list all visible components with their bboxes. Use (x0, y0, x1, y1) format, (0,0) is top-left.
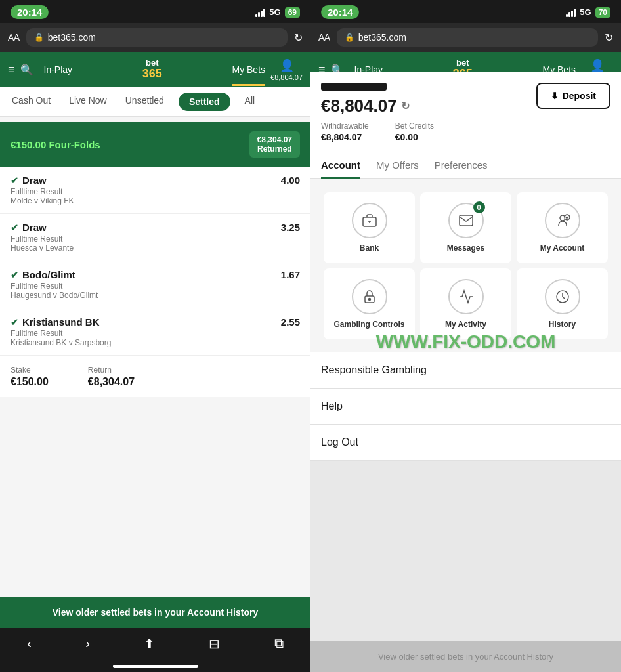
left-aa[interactable]: AA (8, 32, 20, 43)
fourfolds-header: €150.00 Four-Folds €8,304.07 Returned (0, 122, 310, 167)
account-menu-grid: Bank 0 Messages (310, 179, 621, 352)
list-item-logout[interactable]: Log Out (310, 425, 621, 461)
menu-item-bank[interactable]: Bank (324, 192, 415, 263)
left-network: 5G (269, 7, 280, 17)
tab-settled[interactable]: Settled (179, 93, 230, 111)
left-signal (255, 8, 265, 17)
right-lock-icon: 🔒 (345, 33, 354, 42)
table-row: ✔Kristiansund BK Fulltime Result Kristia… (0, 308, 310, 356)
tab-livenow[interactable]: Live Now (60, 87, 116, 116)
balance-details: Withdrawable €8,804.07 Bet Credits €0.00 (310, 116, 621, 153)
left-logo: bet 365 (77, 58, 226, 81)
stake-row: Stake €150.00 Return €8,304.07 (0, 356, 310, 397)
tab-all[interactable]: All (236, 87, 265, 116)
return-value: €8,304.07 (88, 376, 135, 388)
bet-type-2: Fulltime Result (11, 282, 281, 291)
left-bet-tabs: Cash Out Live Now Unsettled Settled All (0, 87, 310, 117)
bet-match-3: Kristiansund BK v Sarpsborg (11, 338, 281, 347)
left-account-nav[interactable]: 👤 €8,804.07 (270, 58, 303, 81)
account-list: Responsible Gambling Help Log Out (310, 352, 621, 461)
bet-outcome-3: Kristiansund BK (22, 316, 100, 327)
fourfolds-return: €8,304.07 Returned (249, 131, 300, 158)
left-forward-btn[interactable]: › (85, 636, 90, 652)
tab-unsettled[interactable]: Unsettled (116, 87, 173, 116)
tab-cashout[interactable]: Cash Out (3, 87, 60, 116)
bet-odds-3: 2.55 (281, 316, 300, 327)
messages-badge: 0 (473, 201, 485, 213)
bet-odds-1: 3.25 (281, 222, 300, 233)
left-lock-icon: 🔒 (34, 33, 44, 42)
tab-preferences[interactable]: Preferences (435, 153, 488, 179)
bet-match-1: Huesca v Levante (11, 243, 281, 253)
check-icon: ✔ (11, 270, 18, 280)
account-header: €8,804.07 ↻ ⬇ Deposit (310, 72, 621, 116)
gambling-controls-icon (352, 279, 387, 314)
my-activity-icon (448, 279, 484, 314)
menu-item-my-activity[interactable]: My Activity (420, 268, 511, 339)
list-item-responsible-gambling[interactable]: Responsible Gambling (310, 352, 621, 388)
left-mybets[interactable]: My Bets (232, 64, 265, 75)
tab-my-offers[interactable]: My Offers (376, 153, 419, 179)
right-network: 5G (580, 7, 591, 17)
my-activity-label: My Activity (445, 320, 486, 329)
list-item-help[interactable]: Help (310, 388, 621, 425)
left-menu-icon[interactable]: ≡ (8, 63, 15, 77)
betcredits-label: Bet Credits (395, 121, 434, 131)
right-time: 20:14 (321, 5, 359, 19)
account-balance-value: €8,804.07 (321, 96, 397, 116)
table-row: ✔Bodo/Glimt Fulltime Result Haugesund v … (0, 261, 310, 308)
bet-type-1: Fulltime Result (11, 234, 281, 243)
messages-label: Messages (447, 243, 484, 253)
bet-outcome-1: Draw (22, 222, 47, 233)
table-row: ✔Draw Fulltime Result Huesca v Levante 3… (0, 214, 310, 261)
fourfolds-label: Returned (257, 144, 292, 154)
messages-icon: 0 (448, 203, 484, 238)
left-account-balance: €8,804.07 (270, 74, 303, 81)
left-url-bar[interactable]: 🔒 bet365.com (26, 28, 288, 47)
left-search-icon[interactable]: 🔍 (20, 64, 33, 76)
left-bookmarks-btn[interactable]: ⊟ (209, 636, 220, 652)
left-refresh-btn[interactable]: ↻ (294, 32, 303, 44)
menu-item-messages[interactable]: 0 Messages (420, 192, 511, 263)
deposit-icon: ⬇ (551, 91, 559, 101)
left-inplay[interactable]: In-Play (44, 64, 73, 75)
history-label: History (549, 320, 576, 329)
left-account-icon: 👤 (280, 58, 294, 73)
bet-odds-2: 1.67 (281, 269, 300, 280)
withdrawable-item: Withdrawable €8,804.07 (321, 121, 369, 142)
right-history-link: View older settled bets in your Account … (310, 641, 621, 672)
deposit-label: Deposit (563, 91, 596, 101)
menu-item-history[interactable]: History (517, 268, 608, 339)
balance-refresh-icon[interactable]: ↻ (401, 100, 410, 112)
right-signal (566, 8, 576, 17)
left-browser-bar: AA 🔒 bet365.com ↻ (0, 23, 310, 52)
menu-item-my-account[interactable]: My Account (517, 192, 608, 263)
check-icon: ✔ (11, 175, 18, 186)
bank-label: Bank (360, 243, 379, 253)
left-nav-bar: ≡ 🔍 In-Play bet 365 My Bets 👤 €8,804.07 (0, 52, 310, 87)
fourfolds-title: €150.00 Four-Folds (11, 139, 100, 150)
right-aa[interactable]: AA (318, 32, 330, 43)
menu-item-gambling-controls[interactable]: Gambling Controls (324, 268, 415, 339)
bet-match-2: Haugesund v Bodo/Glimt (11, 291, 281, 300)
fourfolds-amount: €8,304.07 (257, 135, 292, 144)
bet-odds-0: 4.00 (281, 175, 300, 186)
left-share-btn[interactable]: ⬆ (144, 636, 155, 652)
left-back-btn[interactable]: ‹ (27, 636, 32, 652)
my-account-icon (545, 203, 580, 238)
deposit-button[interactable]: ⬇ Deposit (536, 83, 610, 109)
betcredits-item: Bet Credits €0.00 (395, 121, 434, 142)
betcredits-value: €0.00 (395, 132, 434, 142)
left-history-link[interactable]: View older settled bets in your Account … (0, 597, 310, 628)
left-url: bet365.com (48, 32, 96, 43)
right-url: bet365.com (358, 32, 406, 43)
right-phone-panel: 20:14 5G 70 AA 🔒 bet365.com ↻ ≡ 🔍 In-Pla… (310, 0, 621, 672)
right-refresh-btn[interactable]: ↻ (605, 32, 613, 44)
left-bottom-nav: ‹ › ⬆ ⊟ ⧉ (0, 628, 310, 665)
right-url-bar[interactable]: 🔒 bet365.com (337, 28, 598, 47)
left-time: 20:14 (11, 5, 49, 19)
bet-outcome-2: Bodo/Glimt (22, 269, 75, 280)
right-battery: 70 (595, 7, 610, 18)
tab-account[interactable]: Account (321, 153, 360, 179)
left-tabs-btn[interactable]: ⧉ (274, 636, 284, 652)
